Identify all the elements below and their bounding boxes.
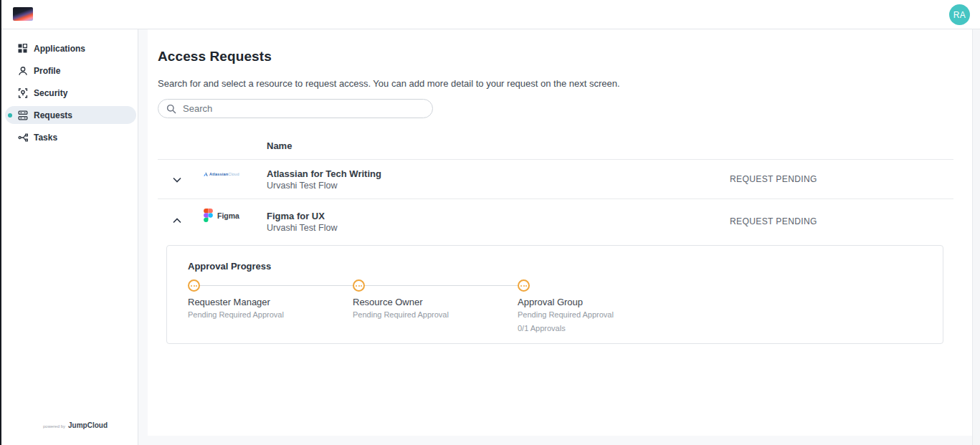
- security-scan-icon: [17, 87, 28, 98]
- sidebar-item-security[interactable]: Security: [0, 82, 138, 104]
- status-badge: REQUEST PENDING: [730, 174, 817, 184]
- step-status: Pending Required Approval: [188, 310, 349, 319]
- powered-by-jumpcloud: powered by JumpCloud: [43, 421, 108, 429]
- approval-step-approval-group: Approval Group Pending Required Approval…: [518, 279, 679, 332]
- chevron-down-icon[interactable]: [171, 173, 184, 186]
- chevron-up-icon[interactable]: [171, 214, 184, 227]
- tasks-flow-icon: [17, 132, 28, 143]
- sidebar-item-label: Profile: [34, 66, 60, 76]
- sidebar-item-label: Requests: [34, 110, 72, 120]
- sidebar: Applications Profile: [0, 29, 138, 445]
- user-avatar[interactable]: RA: [949, 4, 970, 25]
- requests-stack-icon: [17, 110, 28, 120]
- jumpcloud-brand: JumpCloud: [68, 421, 108, 429]
- page-description: Search for and select a resource to requ…: [158, 78, 620, 89]
- resource-search: [158, 99, 433, 118]
- sidebar-item-label: Tasks: [34, 133, 57, 143]
- user-icon: [17, 65, 28, 76]
- pending-step-icon: [188, 279, 200, 292]
- sidebar-item-profile[interactable]: Profile: [0, 59, 138, 82]
- atlassian-logo-text: AtlassianCloud: [209, 172, 239, 176]
- resource-subtitle: Urvashi Test Flow: [267, 223, 337, 233]
- main-content: Access Requests Search for and select a …: [148, 29, 972, 436]
- window-edge: [0, 0, 1, 445]
- sidebar-item-requests[interactable]: Requests: [0, 104, 138, 126]
- step-label: Approval Group: [518, 297, 679, 307]
- request-row-figma[interactable]: Figma Figma for UX Urvashi Test Flow REQ…: [158, 199, 953, 244]
- top-bar: RA: [0, 0, 980, 29]
- column-header-name: Name: [267, 140, 292, 151]
- step-label: Resource Owner: [353, 297, 514, 307]
- pending-step-icon: [353, 279, 365, 292]
- resource-name: Atlassian for Tech Writing: [267, 168, 381, 179]
- figma-logo: Figma: [204, 209, 239, 222]
- resource-name: Figma for UX: [267, 211, 337, 221]
- figma-logo-text: Figma: [217, 211, 239, 220]
- approval-progress-card: Approval Progress Requester Manager Pend…: [166, 245, 943, 344]
- resource-name-cell: Atlassian for Tech Writing Urvashi Test …: [267, 168, 381, 191]
- sidebar-item-applications[interactable]: Applications: [0, 37, 138, 59]
- step-label: Requester Manager: [188, 297, 349, 307]
- approval-step-resource-owner: Resource Owner Pending Required Approval: [353, 279, 514, 319]
- sidebar-nav: Applications Profile: [0, 37, 138, 148]
- step-approvals-count: 0/1 Approvals: [518, 324, 679, 332]
- status-badge: REQUEST PENDING: [730, 216, 817, 226]
- sidebar-item-label: Applications: [34, 44, 85, 54]
- step-status: Pending Required Approval: [518, 310, 679, 319]
- search-input[interactable]: [183, 103, 412, 114]
- search-icon: [166, 104, 176, 114]
- step-status: Pending Required Approval: [353, 310, 514, 319]
- apps-grid-icon: [17, 43, 28, 54]
- active-dot: [8, 113, 12, 118]
- approval-progress-title: Approval Progress: [188, 261, 271, 272]
- powered-by-text: powered by: [43, 424, 65, 429]
- approval-stepper: Requester Manager Pending Required Appro…: [188, 279, 919, 337]
- pending-step-icon: [518, 279, 530, 292]
- access-requests-page: RA Applications: [0, 0, 980, 445]
- sidebar-item-tasks[interactable]: Tasks: [0, 126, 138, 148]
- atlassian-cloud-logo: AtlassianCloud: [204, 172, 239, 176]
- org-logo: [13, 7, 33, 21]
- resource-subtitle: Urvashi Test Flow: [267, 181, 381, 191]
- approval-step-requester-manager: Requester Manager Pending Required Appro…: [188, 279, 349, 319]
- page-title: Access Requests: [158, 49, 272, 64]
- resource-name-cell: Figma for UX Urvashi Test Flow: [267, 211, 337, 233]
- scrollbar-track[interactable]: [972, 29, 980, 445]
- request-row-atlassian[interactable]: AtlassianCloud Atlassian for Tech Writin…: [158, 160, 953, 198]
- sidebar-item-label: Security: [34, 88, 67, 98]
